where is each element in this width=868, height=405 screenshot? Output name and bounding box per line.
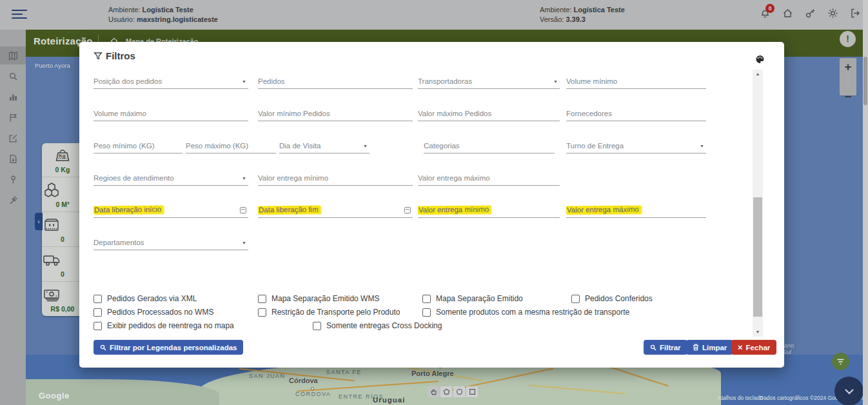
field-valor-entrega-maximo[interactable]: Valor entrega máximo <box>418 169 560 186</box>
field-departamentos[interactable]: Departamentos ▼ <box>94 233 248 250</box>
box-icon <box>42 215 83 235</box>
sidebar-item-document[interactable] <box>0 150 26 168</box>
field-valor-entrega-minimo-2[interactable]: Valor entrega mínimo <box>418 201 560 218</box>
google-logo: Google <box>39 391 70 400</box>
field-regioes-de-atendimento[interactable]: Regioes de atendimento ▼ <box>94 169 248 186</box>
field-volume-minimo[interactable]: Volume mínimo <box>566 72 706 89</box>
filters-modal: Filtros Posição dos pedidos ▼ Pedidos Tr… <box>79 42 784 368</box>
rectangle-tool-icon[interactable] <box>466 386 478 397</box>
modal-scrollbar[interactable]: ▲ ▼ <box>753 70 763 337</box>
palette-icon[interactable] <box>755 55 765 64</box>
field-label: Valor mínimo Pedidos <box>258 110 330 117</box>
map-city-dot <box>311 387 314 390</box>
checkbox-box[interactable] <box>258 308 266 317</box>
scroll-down-arrow[interactable]: ▼ <box>753 328 763 337</box>
field-peso-minimo[interactable]: Peso mínimo (KG) <box>94 137 182 153</box>
field-fornecedores[interactable]: Fornecedores <box>566 104 706 121</box>
checkbox-pedidos-conferidos[interactable]: Pedidos Conferidos <box>571 293 653 304</box>
close-button[interactable]: × Fechar <box>731 340 776 355</box>
polygon-tool-icon[interactable] <box>440 386 452 397</box>
clear-button[interactable]: Limpar <box>686 340 733 355</box>
field-posicao-dos-pedidos[interactable]: Posição dos pedidos ▼ <box>94 72 248 89</box>
checkbox-restricao-de-transporte[interactable]: Restrição de Transporte pelo Produto <box>258 307 400 317</box>
gear-icon[interactable] <box>827 8 839 19</box>
field-label-highlighted: Data liberação fim <box>258 205 321 214</box>
field-label: Dia de Visita <box>279 142 321 150</box>
checkbox-box[interactable] <box>313 322 321 330</box>
page-scrollbar-thumb[interactable] <box>863 57 867 105</box>
filter-button[interactable]: Filtrar <box>644 340 687 355</box>
checkbox-box[interactable] <box>422 295 431 303</box>
gavel-icon <box>8 195 18 205</box>
pan-hand-icon[interactable] <box>428 386 439 397</box>
checkbox-somente-entregas-cross-docking[interactable]: Somente entregas Cross Docking <box>313 321 442 331</box>
field-data-liberacao-inicio[interactable]: Data liberação início <box>94 201 248 218</box>
checkbox-box[interactable] <box>94 295 102 303</box>
chevron-down-icon: ▼ <box>242 241 246 245</box>
env2-label: Ambiente: <box>540 6 572 14</box>
field-volume-maximo[interactable]: Volume máximo <box>94 104 248 121</box>
menu-icon[interactable] <box>12 10 27 20</box>
collapse-panel-fab[interactable] <box>834 377 863 405</box>
checkbox-somente-produtos-mesma-restricao[interactable]: Somente produtos com a mesma restrição d… <box>422 307 629 317</box>
bell-icon[interactable]: 0 <box>760 8 771 19</box>
field-peso-maximo[interactable]: Peso máximo (KG) <box>186 137 276 153</box>
checkbox-box[interactable] <box>422 308 431 317</box>
sidebar-item-flag[interactable] <box>0 108 26 126</box>
field-data-liberacao-fim[interactable]: Data liberação fim <box>258 201 413 218</box>
checkbox-label: Restrição de Transporte pelo Produto <box>271 308 400 317</box>
sidebar-item-edit[interactable] <box>0 129 26 147</box>
field-valor-entrega-maximo-2[interactable]: Valor entrega máximo <box>566 201 706 218</box>
map-icon <box>8 51 18 61</box>
filter-by-custom-legends-button[interactable]: Filtrar por Legendas personalizadas <box>94 340 243 355</box>
field-label: Pedidos <box>258 77 285 85</box>
checkbox-box[interactable] <box>94 322 102 330</box>
keyboard-shortcuts-link[interactable]: Atalhos do teclado <box>718 395 763 401</box>
app-root: Ambiente: Logística Teste Usuário: maxst… <box>0 0 868 405</box>
sidebar-item-search[interactable] <box>0 67 26 85</box>
checkbox-mapa-separacao-emitido[interactable]: Mapa Separação Emitido <box>422 293 523 304</box>
zoom-in-button[interactable]: + <box>840 58 856 76</box>
chevron-down-icon <box>844 388 854 395</box>
checkbox-exibir-pedidos-reentrega[interactable]: Exibir pedidos de reentrega no mapa <box>94 321 234 331</box>
map-zoom-control: + − <box>840 58 856 95</box>
sidebar-item-map[interactable] <box>0 46 26 64</box>
sidebar-item-tools[interactable] <box>0 191 26 209</box>
checkbox-label: Pedidos Processados no WMS <box>107 308 213 317</box>
checkbox-box[interactable] <box>571 295 580 303</box>
calendar-icon[interactable] <box>404 207 411 213</box>
zoom-out-button[interactable]: − <box>840 88 856 106</box>
field-valor-minimo-pedidos[interactable]: Valor mínimo Pedidos <box>258 104 413 121</box>
stats-collapse-handle[interactable]: ‹ <box>35 213 43 230</box>
field-valor-maximo-pedidos[interactable]: Valor máximo Pedidos <box>418 104 560 121</box>
key-icon[interactable] <box>805 8 816 19</box>
field-pedidos[interactable]: Pedidos <box>258 72 413 89</box>
field-valor-entrega-minimo[interactable]: Valor entrega mínimo <box>258 169 413 186</box>
checkbox-pedidos-gerados-via-xml[interactable]: Pedidos Gerados via XML <box>94 293 197 304</box>
field-turno-de-entrega[interactable]: Turno de Entrega ▼ <box>566 137 706 153</box>
stat-items-value: 0 <box>42 235 83 243</box>
home-icon[interactable] <box>782 8 794 19</box>
scrollbar-thumb[interactable] <box>753 197 762 317</box>
checkbox-pedidos-processados-no-wms[interactable]: Pedidos Processados no WMS <box>94 307 213 317</box>
logout-icon[interactable] <box>850 8 862 19</box>
chevron-down-icon: ▼ <box>242 79 246 84</box>
environment-info-right: Ambiente: Logística Teste Versão: 3.39.3 <box>540 5 625 25</box>
field-label: Valor entrega máximo <box>418 174 490 182</box>
scroll-up-arrow[interactable]: ▲ <box>753 70 763 79</box>
legend-filter-fab[interactable] <box>832 353 849 370</box>
calendar-icon[interactable] <box>240 207 246 213</box>
sidebar-item-chart[interactable] <box>0 88 26 106</box>
circle-tool-icon[interactable] <box>453 386 465 397</box>
alert-button[interactable]: ! <box>840 31 856 47</box>
checkbox-mapa-separacao-emitido-wms[interactable]: Mapa Separação Emitido WMS <box>258 293 379 304</box>
checkbox-box[interactable] <box>258 295 266 303</box>
stat-trucks-value: 0 <box>42 270 83 278</box>
field-categorias[interactable]: Categorias <box>424 137 555 153</box>
checkbox-box[interactable] <box>94 308 102 317</box>
field-dia-de-visita[interactable]: Dia de Visita ▼ <box>279 137 370 153</box>
env-value: Logística Teste <box>143 6 193 14</box>
sidebar-item-pin[interactable] <box>0 170 26 188</box>
page-scrollbar[interactable] <box>863 0 868 405</box>
field-transportadoras[interactable]: Transportadoras ▼ <box>418 72 560 89</box>
